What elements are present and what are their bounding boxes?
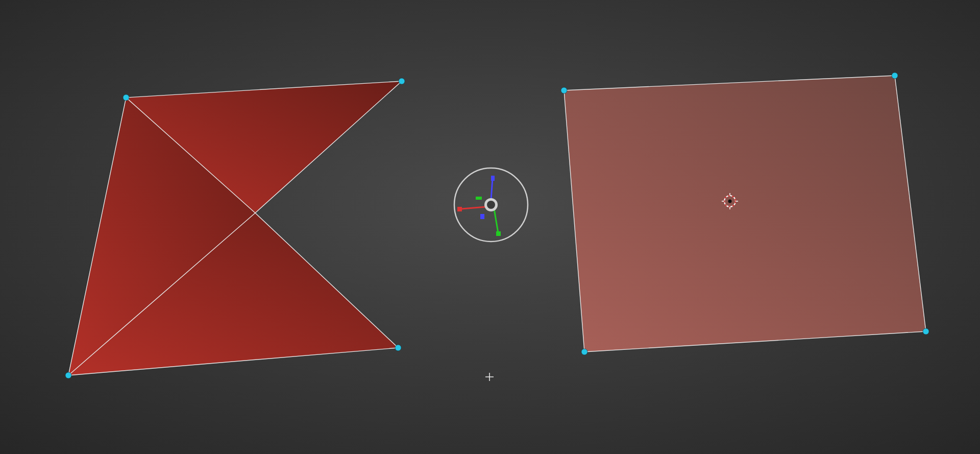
vertex[interactable] bbox=[923, 328, 929, 334]
gizmo-neg-z-dot[interactable] bbox=[480, 214, 484, 219]
face[interactable] bbox=[564, 76, 926, 352]
svg-point-2 bbox=[728, 200, 732, 203]
vertex[interactable] bbox=[65, 372, 71, 378]
vertex[interactable] bbox=[395, 345, 401, 351]
vertex[interactable] bbox=[892, 73, 898, 79]
gizmo-axis-x-handle[interactable] bbox=[457, 207, 462, 211]
scene-svg[interactable] bbox=[0, 0, 980, 454]
viewport-3d[interactable] bbox=[0, 0, 980, 454]
vertex[interactable] bbox=[123, 94, 129, 101]
vertex[interactable] bbox=[399, 78, 405, 84]
vertex[interactable] bbox=[581, 349, 587, 355]
gizmo-axis-y-handle[interactable] bbox=[496, 231, 501, 236]
gizmo-neg-y-dot[interactable] bbox=[476, 197, 482, 200]
gizmo-axis-z-handle[interactable] bbox=[491, 176, 495, 181]
gizmo-center-hole bbox=[487, 201, 495, 209]
mesh-right-plane[interactable] bbox=[561, 73, 929, 355]
vertex[interactable] bbox=[561, 87, 567, 93]
